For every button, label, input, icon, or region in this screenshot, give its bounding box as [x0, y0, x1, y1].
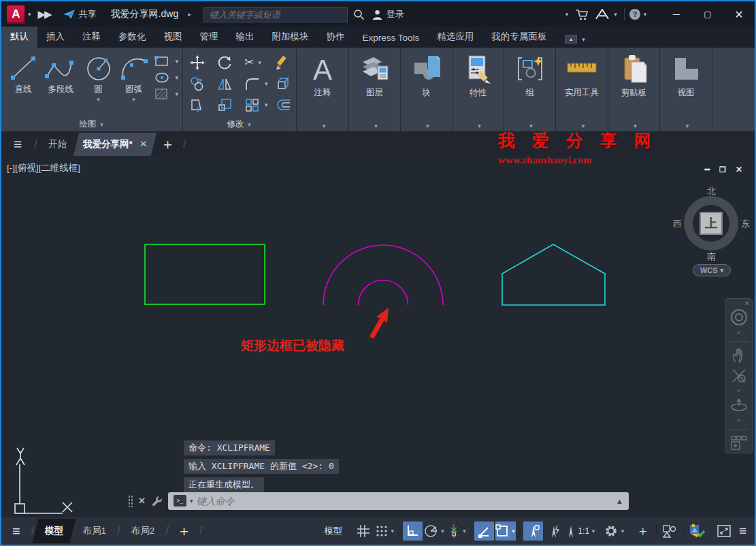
signin-button[interactable]: 登录: [372, 8, 404, 20]
autodesk-dropdown-icon[interactable]: ▾: [614, 11, 617, 18]
clipboard-panel-expander[interactable]: ▼: [608, 121, 659, 130]
snap-dropdown-icon[interactable]: ▼: [390, 528, 395, 534]
customization-button[interactable]: ＋: [633, 521, 653, 541]
ribbon-tab-default[interactable]: 默认: [1, 27, 37, 48]
search-box[interactable]: [203, 7, 348, 22]
groups-button[interactable]: 组: [504, 48, 555, 113]
wcs-button[interactable]: WCS▾: [693, 264, 731, 276]
grid-display-button[interactable]: [354, 521, 374, 541]
file-tab-start[interactable]: 开始: [39, 133, 76, 156]
ribbon-tab-output[interactable]: 输出: [227, 27, 263, 48]
app-menu-dropdown-icon[interactable]: ▾: [28, 11, 31, 18]
ribbon-tab-express[interactable]: Express Tools: [354, 29, 429, 48]
command-wrench-icon[interactable]: [151, 495, 163, 507]
showmotion-icon[interactable]: [730, 435, 748, 451]
ribbon-tab-annotate[interactable]: 注释: [73, 27, 110, 48]
annotate-button[interactable]: A 注释: [297, 48, 348, 113]
annotation-scale-button[interactable]: 1:1 ▼: [565, 521, 596, 541]
status-customize-icon[interactable]: ≡: [739, 524, 746, 539]
layout-menu-icon[interactable]: ≡: [12, 524, 20, 539]
viewcube-north-label[interactable]: 北: [707, 185, 716, 197]
command-close-icon[interactable]: ✕: [138, 496, 146, 506]
array-button[interactable]: ▾: [244, 97, 276, 112]
command-prompt-icon[interactable]: >_: [174, 495, 186, 507]
object-snap-tracking-button[interactable]: ▼: [447, 521, 467, 541]
new-layout-button[interactable]: ＋: [177, 521, 191, 541]
fillet-dropdown-icon[interactable]: ▾: [265, 80, 268, 87]
ribbon-tab-insert[interactable]: 插入: [37, 27, 73, 48]
share-button[interactable]: 共享: [63, 8, 97, 20]
groups-panel-expander[interactable]: ▼: [504, 121, 555, 130]
orbit-dropdown-icon[interactable]: ▾: [738, 418, 740, 423]
command-expand-icon[interactable]: ▲: [616, 497, 623, 505]
help-dropdown-icon[interactable]: ▾: [644, 11, 647, 18]
polar-dropdown-icon[interactable]: ▼: [440, 528, 446, 534]
signin-dropdown-icon[interactable]: ▾: [565, 11, 569, 18]
rotate-button[interactable]: [217, 55, 244, 70]
search-input[interactable]: [203, 7, 348, 22]
view-panel-expander[interactable]: ▼: [660, 121, 712, 130]
arc-dropdown-icon[interactable]: ▼: [131, 97, 137, 103]
block-panel-expander[interactable]: ▼: [401, 121, 452, 130]
arc-tool-button[interactable]: 圆弧 ▼: [116, 53, 152, 113]
viewcube-west-label[interactable]: 西: [673, 218, 682, 230]
ellipse-tool-button[interactable]: ▾: [154, 71, 181, 84]
array-dropdown-icon[interactable]: ▾: [265, 101, 268, 108]
rectangle-tool-button[interactable]: ▾: [154, 54, 181, 68]
command-drag-handle[interactable]: [128, 495, 133, 507]
view-button[interactable]: 视图: [660, 48, 712, 113]
ellipse-dropdown-icon[interactable]: ▾: [175, 74, 178, 81]
isolate-objects-button[interactable]: [660, 521, 680, 541]
file-tab-close-icon[interactable]: ✕: [139, 138, 147, 150]
graphics-performance-button[interactable]: [687, 521, 707, 541]
ribbon-tab-featured[interactable]: 精选应用: [428, 27, 482, 48]
circle-dropdown-icon[interactable]: ▼: [96, 97, 101, 103]
annotate-panel-expander[interactable]: ▼: [297, 121, 348, 130]
osnap-tracking-dropdown-icon[interactable]: ▼: [462, 528, 467, 534]
clipboard-button[interactable]: 剪贴板: [608, 48, 659, 113]
fillet-button[interactable]: ▾: [244, 76, 276, 91]
trim-button[interactable]: ✂ ▾: [244, 55, 276, 69]
workspace-button[interactable]: ▼: [604, 521, 625, 541]
ribbon-tab-view[interactable]: 视图: [155, 27, 191, 48]
orbit-icon[interactable]: [730, 398, 748, 414]
mirror-button[interactable]: [217, 76, 244, 91]
layout-tab-layout2[interactable]: 布局2: [122, 519, 165, 543]
command-input[interactable]: [196, 496, 608, 507]
hatch-tool-button[interactable]: ▾: [154, 87, 181, 101]
dynamic-input-button[interactable]: ▼: [495, 521, 516, 541]
copy-button[interactable]: [190, 76, 217, 91]
autoscale-button[interactable]: [544, 521, 564, 541]
object-snap-button[interactable]: [474, 521, 494, 541]
command-recent-dropdown-icon[interactable]: ▾: [190, 498, 193, 504]
autodesk-logo-icon[interactable]: [595, 9, 609, 20]
navigation-bar[interactable]: ✕ ▾ ▾ ▾: [725, 298, 753, 453]
viewcube-east-label[interactable]: 东: [741, 218, 750, 230]
cart-icon[interactable]: [576, 9, 589, 20]
search-icon[interactable]: [353, 9, 365, 20]
ribbon-tab-parametric[interactable]: 参数化: [110, 27, 155, 48]
command-input-field[interactable]: >_ ▾ ▲: [168, 492, 629, 510]
navwheel-dropdown-icon[interactable]: ▾: [738, 330, 740, 336]
clean-screen-button[interactable]: [714, 521, 734, 541]
quick-access-expand-icon[interactable]: ▶▶: [38, 8, 51, 20]
drawing-canvas[interactable]: [-][俯视][二维线框] ━ ❐ ✕ 矩形边框已被隐藏 北 南 西 东 上 W…: [1, 157, 755, 517]
utilities-button[interactable]: 实用工具: [556, 48, 608, 113]
pan-hand-icon[interactable]: [731, 347, 747, 364]
annotation-visibility-button[interactable]: [523, 521, 543, 541]
block-button[interactable]: 块: [401, 48, 452, 113]
ribbon-collapse-button[interactable]: ▲▾: [565, 35, 588, 44]
trim-dropdown-icon[interactable]: ▾: [258, 59, 261, 66]
zoom-extents-icon[interactable]: [731, 368, 747, 384]
help-icon[interactable]: ?: [629, 8, 641, 20]
ribbon-tab-custom[interactable]: 我的专属面板: [482, 27, 555, 48]
file-tab-active[interactable]: 我爱分享网* ✕: [73, 133, 157, 156]
navigation-wheel-icon[interactable]: [730, 308, 748, 326]
viewcube-south-label[interactable]: 南: [707, 251, 716, 263]
minimize-button[interactable]: ─: [661, 9, 692, 20]
move-button[interactable]: [190, 55, 217, 70]
annotation-scale-dropdown-icon[interactable]: ▼: [591, 528, 596, 534]
draw-panel-expander[interactable]: 绘图▼: [1, 118, 182, 130]
polar-tracking-button[interactable]: ▼: [424, 521, 446, 541]
dyn-input-dropdown-icon[interactable]: ▼: [510, 528, 516, 534]
